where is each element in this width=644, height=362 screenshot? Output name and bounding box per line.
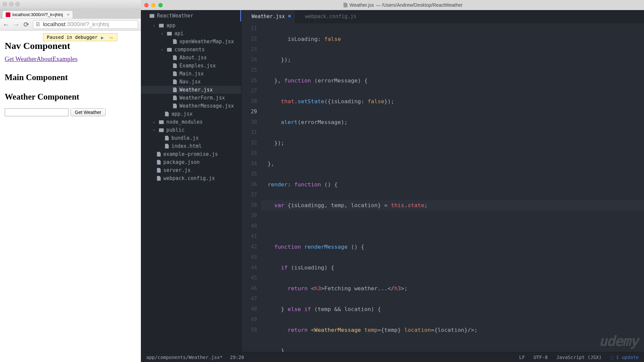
file-icon (173, 96, 177, 100)
tab-title: localhost:3000/#/?_k=jhtnj (12, 12, 63, 17)
tab-label: webpack.config.js (305, 13, 357, 19)
file-tree[interactable]: ReactWeather ▾app ▾api openWeatherMap.js… (141, 10, 241, 352)
line-number: 22 (241, 34, 257, 44)
tree-folder-public[interactable]: ▾public (141, 126, 241, 134)
file-icon (343, 3, 347, 7)
tree-label: Weather.jsx (179, 87, 213, 93)
back-button[interactable]: ← (3, 21, 9, 28)
status-lf[interactable]: LF (519, 355, 525, 360)
traffic-light-close[interactable] (144, 3, 149, 7)
file-icon (165, 112, 169, 116)
tree-label: WeatherMessage.jsx (179, 103, 234, 109)
url-path: /#/?_k=jhtnj (80, 21, 109, 28)
tree-file-weathermessage[interactable]: WeatherMessage.jsx (141, 102, 241, 110)
line-number: 48 (241, 304, 257, 314)
folder-icon (159, 120, 164, 124)
file-icon (173, 39, 177, 44)
link-about[interactable]: About (37, 55, 53, 62)
tree-file-webpackconfig[interactable]: webpack.config.js (141, 174, 241, 182)
file-icon (173, 87, 177, 92)
file-icon (173, 63, 177, 68)
tree-file-indexhtml[interactable]: index.html (141, 142, 241, 150)
traffic-light-close[interactable] (3, 2, 7, 6)
status-bar: app/components/Weather.jsx* 29:20 LF UTF… (141, 352, 644, 362)
editor-titlebar: Weather.jsx — /Users/Andrew/Desktop/Reac… (141, 0, 644, 10)
tree-label: Nav.jsx (179, 79, 201, 85)
traffic-light-max[interactable] (15, 2, 20, 6)
line-number: 37 (241, 190, 257, 200)
tree-file-weatherform[interactable]: WeatherForm.jsx (141, 94, 241, 102)
url-host: localhost (43, 21, 65, 28)
link-get-weather[interactable]: Get Weather (5, 55, 37, 62)
folder-icon (167, 48, 172, 52)
line-number: 27 (241, 86, 257, 96)
traffic-light-min[interactable] (151, 3, 156, 7)
browser-tab[interactable]: localhost:3000/#/?_k=jhtnj × (2, 10, 73, 18)
tab-label: Weather.jsx (252, 13, 285, 19)
link-examples[interactable]: Examples (52, 55, 77, 62)
tree-root-label: ReactWeather (157, 13, 193, 19)
line-number: 25 (241, 65, 257, 75)
tree-file-examples[interactable]: Examples.jsx (141, 62, 241, 70)
tree-folder-api[interactable]: ▾api (141, 29, 241, 38)
tree-label: Main.jsx (179, 71, 204, 77)
status-cursor: 29:20 (230, 355, 244, 360)
tree-root[interactable]: ReactWeather (141, 10, 241, 21)
get-weather-button[interactable]: Get Weather (70, 108, 106, 116)
url-input[interactable]: 🗎 localhost:3000/#/?_k=jhtnj (33, 20, 138, 29)
file-icon (157, 152, 161, 157)
tree-file-examplepromise[interactable]: example-promise.js (141, 150, 241, 158)
tree-file-openweathermap[interactable]: openWeatherMap.jsx (141, 38, 241, 46)
tree-file-nav[interactable]: Nav.jsx (141, 78, 241, 86)
location-input[interactable] (5, 108, 68, 116)
editor-body: ReactWeather ▾app ▾api openWeatherMap.js… (141, 10, 644, 352)
tab-weather[interactable]: Weather.jsx (241, 10, 295, 23)
tree-file-weather[interactable]: Weather.jsx (141, 86, 241, 94)
status-update[interactable]: ⬚ 1 update (610, 355, 639, 360)
debugger-badge: Paused in debugger ▶ ⤼ (43, 33, 117, 41)
file-icon (173, 104, 177, 108)
status-lang[interactable]: JavaScript (JSX) (556, 355, 602, 360)
traffic-light-min[interactable] (9, 2, 13, 6)
tree-file-packagejson[interactable]: package.json (141, 158, 241, 166)
reload-button[interactable]: ⟳ (23, 21, 30, 28)
tree-file-serverjs[interactable]: server.js (141, 166, 241, 174)
tree-file-bundle[interactable]: bundle.js (141, 134, 241, 142)
tree-file-main[interactable]: Main.jsx (141, 70, 241, 78)
line-number: 33 (241, 148, 257, 159)
editor-main: Weather.jsx webpack.config.js 2122232425… (241, 10, 644, 352)
tree-label: public (166, 127, 184, 133)
line-number: 40 (241, 221, 257, 231)
close-icon[interactable]: × (67, 12, 70, 17)
line-number: 35 (241, 169, 257, 179)
tree-file-appjsx[interactable]: app.jsx (141, 110, 241, 118)
heading-weather: Weather Component (5, 92, 136, 102)
tab-webpack[interactable]: webpack.config.js (295, 10, 367, 23)
title-path: — /Users/Andrew/Desktop/ReactWeather (376, 2, 463, 8)
code-content[interactable]: isLoading: false }); }, function (errorM… (261, 23, 644, 352)
debugger-step-icon[interactable]: ⤼ (109, 35, 114, 40)
tree-file-about[interactable]: About.jsx (141, 54, 241, 62)
file-icon (173, 79, 177, 84)
line-number: 34 (241, 159, 257, 169)
url-port: :3000 (65, 21, 80, 28)
title-filename: Weather.jsx (350, 2, 374, 8)
tree-folder-node-modules[interactable]: ▸node_modules (141, 118, 241, 126)
status-update-label: 1 update (616, 355, 639, 360)
debugger-resume-icon[interactable]: ▶ (101, 35, 106, 40)
code-area[interactable]: 2122232425262728293031323334353637383940… (241, 23, 644, 352)
status-path: app/components/Weather.jsx* (146, 355, 223, 360)
traffic-light-max[interactable] (158, 3, 163, 7)
tree-folder-app[interactable]: ▾app (141, 21, 241, 29)
line-number: 21 (241, 23, 257, 34)
folder-icon (159, 128, 164, 132)
status-encoding[interactable]: UTF-8 (534, 355, 548, 360)
folder-icon (167, 32, 172, 36)
nav-links: Get WeatherAboutExamples (5, 55, 136, 63)
chevron-down-icon: ▾ (153, 24, 156, 27)
line-number: 44 (241, 262, 257, 273)
browser-window: localhost:3000/#/?_k=jhtnj × ← → ⟳ 🗎 loc… (0, 0, 141, 362)
tree-label: app.jsx (171, 111, 193, 117)
tree-folder-components[interactable]: ▾components (141, 46, 241, 54)
file-icon (157, 176, 161, 181)
